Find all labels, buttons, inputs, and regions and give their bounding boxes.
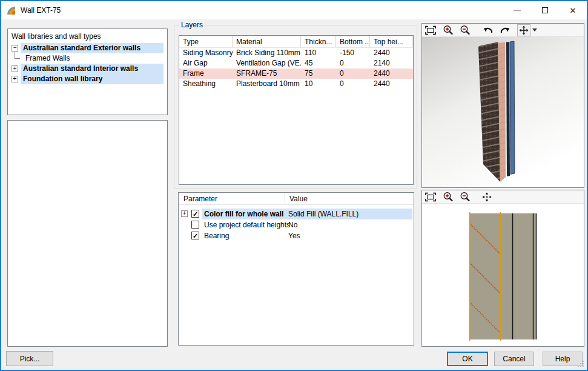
maximize-button[interactable] (531, 1, 559, 19)
pan-mode-button[interactable] (517, 24, 530, 36)
column-header-parameter[interactable]: Parameter (183, 195, 217, 203)
tree-header: Wall libraries and wall types (10, 31, 165, 43)
layers-table: Type Material Thickn... Bottom ... Top h… (179, 35, 414, 185)
cell-type: Frame (179, 69, 233, 79)
column-header-top-height[interactable]: Top hei... (370, 36, 413, 47)
titlebar: Wall EXT-75 — ✕ (1, 1, 587, 19)
param-row-bearing[interactable]: ✓ Bearing Yes (179, 230, 414, 241)
wall-library-tree: Wall libraries and wall types − Australi… (7, 28, 168, 115)
wall-dialog-window: Wall EXT-75 — ✕ Wall libraries and wall … (0, 0, 588, 371)
frame-panel-blue (510, 41, 515, 175)
zoom-in-button[interactable] (441, 191, 455, 203)
preview-2d-canvas[interactable] (422, 204, 584, 346)
tree-item-label: Australian standard Interior walls (23, 64, 138, 73)
tree-item-exterior-walls[interactable]: − Australian standard Exterior walls (10, 43, 165, 53)
column-header-thickness[interactable]: Thickn... (301, 36, 336, 47)
cancel-button[interactable]: Cancel (494, 352, 534, 366)
rotate-right-button[interactable] (498, 24, 511, 36)
param-value: Solid Fill (WALL.FILL) (288, 209, 358, 219)
column-header-material[interactable]: Material (233, 36, 301, 47)
cell-material: Ventilation Gap (VE... (233, 58, 301, 69)
close-button[interactable]: ✕ (559, 1, 587, 19)
zoom-in-button[interactable] (441, 24, 455, 36)
preview-3d-toolbar (422, 24, 584, 37)
column-separator[interactable] (285, 194, 285, 203)
tree-item-label: Australian standard Exterior walls (23, 44, 140, 52)
pan-mode-dropdown-icon[interactable] (530, 24, 539, 36)
rotate-left-button[interactable] (481, 24, 495, 36)
zoom-out-button[interactable] (458, 191, 472, 203)
layers-group-label: Layers (179, 21, 205, 29)
cell-top-height: 2440 (370, 48, 413, 58)
expand-icon[interactable]: + (12, 76, 18, 82)
tree-item-label: Foundation wall library (23, 75, 102, 83)
cell-top-height: 2440 (370, 79, 413, 89)
dialog-client-area: Wall libraries and wall types − Australi… (1, 19, 587, 370)
tree-item-framed-walls[interactable]: Framed Walls (10, 53, 165, 64)
preview-2d-panel (421, 190, 584, 347)
parameters-table: Parameter Value + ✓ Color fill for whole… (178, 192, 414, 346)
layers-table-header: Type Material Thickn... Bottom ... Top h… (179, 36, 413, 48)
cell-thickness: 10 (301, 79, 336, 89)
layers-groupbox: Layers Type Material Thickn... Bottom ..… (174, 25, 417, 189)
cell-material: Plasterboard 10mm (... (233, 79, 301, 89)
expand-icon[interactable]: + (12, 65, 18, 72)
cell-bottom: 0 (336, 79, 370, 89)
collapse-icon[interactable]: − (12, 45, 18, 52)
pick-button[interactable]: Pick... (6, 351, 53, 366)
preview-3d-canvas[interactable] (422, 37, 584, 187)
fit-view-button[interactable] (424, 24, 437, 36)
column-header-value[interactable]: Value (289, 195, 308, 203)
tree-item-interior-walls[interactable]: + Australian standard Interior walls (10, 64, 165, 74)
section-fill (469, 213, 537, 339)
cell-top-height: 2440 (370, 69, 413, 79)
param-value: Yes (288, 230, 300, 241)
minimize-button[interactable]: — (503, 1, 531, 19)
wall-type-list-panel[interactable] (7, 120, 168, 347)
param-value: No (288, 219, 297, 230)
cell-bottom: -150 (336, 48, 370, 58)
cell-bottom: 0 (336, 69, 370, 79)
maximize-icon (542, 7, 548, 13)
cell-material: Brick Siding 110mm ... (233, 48, 301, 58)
zoom-out-button[interactable] (458, 24, 472, 36)
fit-view-button[interactable] (424, 191, 437, 203)
layer-row-sheathing[interactable]: Sheathing Plasterboard 10mm (... 10 0 24… (179, 79, 413, 89)
resize-grip[interactable] (576, 359, 584, 367)
cell-type: Siding Masonry (179, 48, 233, 58)
checkbox-checked-icon[interactable]: ✓ (191, 232, 199, 239)
parameters-table-header: Parameter Value (179, 193, 414, 205)
cell-thickness: 45 (301, 58, 336, 69)
wall-3d-rendering (422, 37, 584, 187)
tree-branch-connector (15, 52, 20, 59)
layer-row-air-gap[interactable]: Air Gap Ventilation Gap (VE... 45 0 2140 (179, 58, 413, 69)
checkbox-checked-icon[interactable]: ✓ (191, 210, 199, 218)
cell-thickness: 75 (301, 69, 336, 79)
param-label: Bearing (204, 230, 229, 241)
cell-material: SFRAME-75 (233, 69, 301, 79)
cell-thickness: 110 (301, 48, 336, 58)
param-label: Use project default heights (204, 219, 290, 230)
expand-icon[interactable]: + (181, 210, 188, 217)
pan-button[interactable] (480, 191, 494, 203)
ok-button[interactable]: OK (447, 352, 488, 366)
param-row-project-default-heights[interactable]: Use project default heights No (179, 219, 414, 230)
window-controls: — ✕ (503, 1, 587, 19)
param-row-color-fill[interactable]: + ✓ Color fill for whole wall Solid Fill… (179, 209, 414, 219)
wall-section-drawing (422, 204, 584, 346)
tree-item-label: Framed Walls (25, 54, 70, 62)
preview-3d-panel (421, 23, 584, 188)
cell-top-height: 2140 (370, 58, 413, 69)
column-header-type[interactable]: Type (179, 36, 233, 47)
air-gap-strip (506, 42, 510, 176)
column-header-bottom[interactable]: Bottom ... (336, 36, 370, 47)
app-logo-icon (6, 5, 16, 16)
tree-item-foundation-walls[interactable]: + Foundation wall library (10, 74, 165, 84)
param-label: Color fill for whole wall (204, 209, 283, 219)
cell-type: Sheathing (179, 79, 233, 89)
checkbox-unchecked-icon[interactable] (191, 221, 199, 229)
preview-2d-toolbar (422, 190, 584, 204)
window-title: Wall EXT-75 (21, 6, 61, 15)
layer-row-frame-selected[interactable]: Frame SFRAME-75 75 0 2440 (179, 69, 413, 79)
layer-row-siding-masonry[interactable]: Siding Masonry Brick Siding 110mm ... 11… (179, 48, 413, 58)
